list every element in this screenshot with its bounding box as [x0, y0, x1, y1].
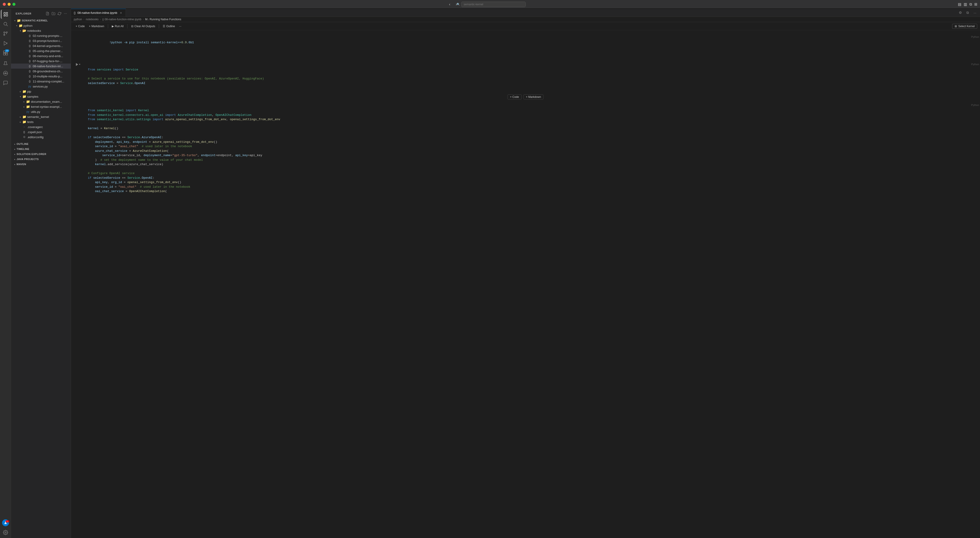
activity-item-extensions[interactable]: 10: [1, 48, 10, 57]
svg-marker-9: [4, 41, 7, 45]
layout-toggle-button[interactable]: ▤: [958, 2, 961, 6]
avatar[interactable]: 1: [2, 519, 9, 526]
tree-item-06[interactable]: {} 06-memory-and-emb...: [11, 54, 71, 59]
add-markdown-btn-1[interactable]: + Markdown: [523, 54, 544, 59]
remote-icon: [3, 71, 8, 76]
minimize-button[interactable]: [8, 3, 11, 6]
activity-item-test[interactable]: [1, 59, 10, 68]
cell-3-code[interactable]: from semantic_kernel import Kernel from …: [85, 102, 975, 200]
more-toolbar-button[interactable]: ···: [177, 24, 183, 29]
tab-08[interactable]: {} 08-native-function-inline.ipynb ×: [71, 9, 126, 17]
panel-button[interactable]: ▥: [964, 2, 967, 6]
tree-item-utils[interactable]: py utils.py: [11, 109, 71, 114]
tree-item-08[interactable]: {} 08-native-function-inl...: [11, 63, 71, 69]
cell-2-label: Python: [971, 63, 979, 66]
settings-tab-button[interactable]: ⚙: [957, 10, 963, 16]
clear-all-outputs-button[interactable]: ⊟ Clear All Outputs: [129, 24, 157, 29]
breadcrumb-section[interactable]: M↓ Running Native Functions: [145, 18, 181, 21]
section-solution[interactable]: ▸ SOLUTION EXPLORER: [11, 152, 71, 157]
tree-item-05[interactable]: {} 05-using-the-planner...: [11, 48, 71, 54]
run-all-button[interactable]: ▶ Run All: [110, 24, 126, 29]
tree-item-services[interactable]: py services.py: [11, 84, 71, 89]
refresh-button[interactable]: [57, 11, 62, 16]
activity-item-explorer[interactable]: [1, 10, 10, 19]
chevron-right-icon: ▸: [22, 100, 26, 103]
cell-2-run-button[interactable]: ▾: [75, 63, 80, 66]
breadcrumb-python[interactable]: python: [74, 18, 82, 21]
section-timeline[interactable]: ▸ TIMELINE: [11, 146, 71, 152]
add-code-btn-2[interactable]: + Code: [508, 94, 522, 100]
comment: # Select a service to use for this noteb…: [88, 77, 264, 80]
breadcrumb-file[interactable]: {} 08-native-function-inline.ipynb: [102, 18, 141, 21]
tree-item-doc-examples[interactable]: ▸ 📁 documentation_exam...: [11, 99, 71, 104]
collapse-all-button[interactable]: ···: [63, 11, 68, 16]
tree-label-03: 03-prompt-function-i...: [33, 39, 62, 43]
tab-close-button[interactable]: ×: [119, 11, 123, 15]
module: services: [97, 68, 111, 71]
new-folder-button[interactable]: [51, 11, 56, 16]
notebook-content[interactable]: !python -m pip install semantic-kernel==…: [71, 30, 980, 538]
toolbar-separator-2: [127, 24, 127, 29]
new-file-button[interactable]: [45, 11, 50, 16]
section-maven[interactable]: ▸ MAVEN: [11, 162, 71, 167]
tree-item-kernel-syntax[interactable]: ▸ 📁 kernel-syntax-exampl...: [11, 104, 71, 109]
tree-item-07[interactable]: {} 07-hugging-face-for-...: [11, 59, 71, 63]
add-code-button[interactable]: + Code: [74, 24, 87, 29]
cell-2-code[interactable]: from services import Service # Select a …: [85, 61, 975, 92]
spacer: [24, 64, 28, 68]
add-markdown-btn-2[interactable]: + Markdown: [523, 94, 544, 100]
tree-item-03[interactable]: {} 03-prompt-function-i...: [11, 38, 71, 43]
breadcrumb-sep-1: ›: [83, 18, 84, 21]
tree-item-samples[interactable]: ▾ 📁 samples: [11, 94, 71, 99]
cell-1-body[interactable]: !python -m pip install semantic-kernel==…: [85, 33, 975, 51]
cell-3-body[interactable]: from semantic_kernel import Kernel from …: [85, 102, 975, 200]
tree-item-cspell[interactable]: {} .cspell.json: [11, 129, 71, 135]
add-code-btn-1[interactable]: + Code: [508, 54, 522, 59]
spacer: [24, 49, 28, 53]
tab-bar-actions: ⚙ ⧉ ···: [957, 10, 980, 16]
breadcrumb-notebooks[interactable]: notebooks: [86, 18, 99, 21]
tree-item-09[interactable]: {} 09-groundedness-ch...: [11, 69, 71, 74]
tree-item-02[interactable]: {} 02-running-prompts-...: [11, 33, 71, 38]
search-input[interactable]: [461, 2, 526, 7]
variable: OpenAI: [142, 176, 153, 179]
split-editor-button[interactable]: ⧉: [964, 10, 971, 16]
activity-item-run[interactable]: [1, 39, 10, 48]
activity-item-account[interactable]: 1: [1, 518, 10, 527]
section-outline[interactable]: ▸ OUTLINE: [11, 141, 71, 146]
activity-item-settings[interactable]: [1, 528, 10, 537]
tree-item-coveragerc[interactable]: ▫ .coveragerc: [11, 124, 71, 129]
outline-button[interactable]: ☰ Outline: [161, 24, 177, 29]
tree-item-notebooks[interactable]: ▾ 📂 notebooks: [11, 28, 71, 33]
activity-item-remote[interactable]: [1, 69, 10, 78]
select-kernel-button[interactable]: ⊞ Select Kernel: [952, 24, 977, 29]
notebook-icon: {}: [28, 59, 32, 63]
cell-1-code[interactable]: !python -m pip install semantic-kernel==…: [85, 34, 975, 51]
tree-item-python[interactable]: ▾ 📁 python: [11, 23, 71, 28]
activity-item-chat[interactable]: [1, 78, 10, 87]
tree-item-pip[interactable]: ▸ 📁 pip: [11, 89, 71, 94]
operator: =: [149, 140, 151, 144]
activity-item-source-control[interactable]: [1, 29, 10, 38]
tree-item-semantic-kernel[interactable]: ▸ 📁 semantic_kernel: [11, 114, 71, 119]
cell-2-body[interactable]: from services import Service # Select a …: [85, 61, 975, 92]
tree-label-samples: samples: [27, 95, 38, 98]
tree-item-tests[interactable]: ▸ 📁 tests: [11, 119, 71, 124]
tree-root[interactable]: ▾ 📁 SEMANTIC-KERNEL: [11, 18, 71, 23]
back-button[interactable]: ‹: [448, 2, 452, 7]
tree-item-10[interactable]: {} 10-multiple-results-p...: [11, 74, 71, 79]
tree-label-python: python: [24, 24, 32, 27]
activity-item-search[interactable]: [1, 19, 10, 29]
tree-item-editorconfig[interactable]: ⚙ .editorconfig: [11, 135, 71, 140]
tree-item-04[interactable]: {} 04-kernel-arguments...: [11, 43, 71, 48]
more-actions-button[interactable]: ···: [972, 10, 978, 16]
section-java[interactable]: ▸ JAVA PROJECTS: [11, 157, 71, 162]
variable: selectedService: [93, 176, 120, 179]
grid-button[interactable]: ⊞: [974, 2, 977, 6]
tree-item-11[interactable]: {} 11-streaming-complet...: [11, 79, 71, 84]
close-button[interactable]: [3, 3, 6, 6]
svg-rect-14: [6, 53, 7, 55]
split-button[interactable]: ⧉: [969, 2, 972, 6]
add-markdown-button[interactable]: + Markdown: [87, 24, 106, 29]
maximize-button[interactable]: [13, 3, 16, 6]
